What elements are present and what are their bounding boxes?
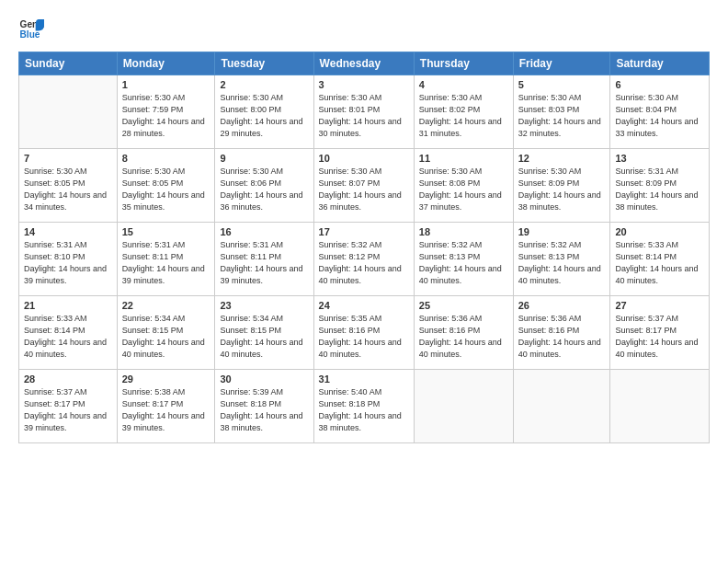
cell-text: Sunrise: 5:33 AMSunset: 8:14 PMDaylight:…	[615, 240, 698, 285]
calendar-week-4: 21Sunrise: 5:33 AMSunset: 8:14 PMDayligh…	[19, 296, 710, 370]
cell-text: Sunrise: 5:37 AMSunset: 8:17 PMDaylight:…	[24, 387, 107, 432]
day-number: 18	[419, 226, 508, 237]
weekday-header-row: SundayMondayTuesdayWednesdayThursdayFrid…	[19, 52, 710, 75]
calendar-week-1: 1Sunrise: 5:30 AMSunset: 7:59 PMDaylight…	[19, 75, 710, 149]
calendar-cell: 25Sunrise: 5:36 AMSunset: 8:16 PMDayligh…	[414, 296, 513, 370]
day-number: 13	[615, 153, 704, 164]
day-number: 15	[122, 226, 210, 237]
cell-text: Sunrise: 5:31 AMSunset: 8:11 PMDaylight:…	[122, 240, 205, 285]
day-number: 1	[122, 79, 210, 90]
cell-text: Sunrise: 5:30 AMSunset: 8:05 PMDaylight:…	[122, 167, 205, 212]
cell-text: Sunrise: 5:30 AMSunset: 8:02 PMDaylight:…	[419, 93, 502, 138]
cell-text: Sunrise: 5:34 AMSunset: 8:15 PMDaylight:…	[122, 314, 205, 359]
calendar-cell: 12Sunrise: 5:30 AMSunset: 8:09 PMDayligh…	[513, 149, 610, 223]
calendar-cell	[513, 370, 610, 443]
day-number: 31	[319, 373, 409, 385]
calendar-cell: 11Sunrise: 5:30 AMSunset: 8:08 PMDayligh…	[414, 149, 513, 223]
calendar-cell: 15Sunrise: 5:31 AMSunset: 8:11 PMDayligh…	[117, 223, 215, 296]
day-number: 29	[122, 373, 210, 385]
svg-text:Blue: Blue	[20, 29, 40, 40]
calendar-cell: 10Sunrise: 5:30 AMSunset: 8:07 PMDayligh…	[313, 149, 414, 223]
cell-text: Sunrise: 5:31 AMSunset: 8:11 PMDaylight:…	[220, 240, 302, 285]
day-number: 28	[24, 373, 112, 385]
calendar-cell: 30Sunrise: 5:39 AMSunset: 8:18 PMDayligh…	[215, 370, 313, 443]
day-number: 23	[220, 300, 308, 311]
cell-text: Sunrise: 5:30 AMSunset: 8:08 PMDaylight:…	[419, 167, 502, 212]
cell-text: Sunrise: 5:30 AMSunset: 8:00 PMDaylight:…	[220, 93, 302, 138]
day-number: 3	[319, 79, 409, 90]
calendar-cell: 19Sunrise: 5:32 AMSunset: 8:13 PMDayligh…	[513, 223, 610, 296]
calendar-cell: 24Sunrise: 5:35 AMSunset: 8:16 PMDayligh…	[313, 296, 414, 370]
calendar-cell: 22Sunrise: 5:34 AMSunset: 8:15 PMDayligh…	[117, 296, 215, 370]
calendar-cell: 2Sunrise: 5:30 AMSunset: 8:00 PMDaylight…	[215, 75, 313, 149]
day-number: 12	[518, 153, 606, 164]
cell-text: Sunrise: 5:36 AMSunset: 8:16 PMDaylight:…	[419, 314, 502, 359]
day-number: 7	[24, 153, 112, 164]
weekday-header-tuesday: Tuesday	[215, 52, 313, 75]
cell-text: Sunrise: 5:30 AMSunset: 7:59 PMDaylight:…	[122, 93, 205, 138]
day-number: 19	[518, 226, 606, 237]
cell-text: Sunrise: 5:30 AMSunset: 8:09 PMDaylight:…	[518, 167, 601, 212]
calendar-cell: 7Sunrise: 5:30 AMSunset: 8:05 PMDaylight…	[19, 149, 118, 223]
calendar-cell: 23Sunrise: 5:34 AMSunset: 8:15 PMDayligh…	[215, 296, 313, 370]
calendar-cell: 18Sunrise: 5:32 AMSunset: 8:13 PMDayligh…	[414, 223, 513, 296]
calendar-week-5: 28Sunrise: 5:37 AMSunset: 8:17 PMDayligh…	[19, 370, 710, 443]
cell-text: Sunrise: 5:31 AMSunset: 8:09 PMDaylight:…	[615, 167, 698, 212]
cell-text: Sunrise: 5:30 AMSunset: 8:01 PMDaylight:…	[319, 93, 402, 138]
calendar-week-2: 7Sunrise: 5:30 AMSunset: 8:05 PMDaylight…	[19, 149, 710, 223]
day-number: 14	[24, 226, 112, 237]
calendar-cell: 21Sunrise: 5:33 AMSunset: 8:14 PMDayligh…	[19, 296, 118, 370]
cell-text: Sunrise: 5:30 AMSunset: 8:06 PMDaylight:…	[220, 167, 302, 212]
day-number: 6	[615, 79, 704, 90]
weekday-header-thursday: Thursday	[414, 52, 513, 75]
day-number: 2	[220, 79, 308, 90]
cell-text: Sunrise: 5:40 AMSunset: 8:18 PMDaylight:…	[319, 387, 402, 432]
calendar-table: SundayMondayTuesdayWednesdayThursdayFrid…	[18, 52, 710, 443]
day-number: 5	[518, 79, 606, 90]
cell-text: Sunrise: 5:34 AMSunset: 8:15 PMDaylight:…	[220, 314, 302, 359]
day-number: 25	[419, 300, 508, 311]
day-number: 22	[122, 300, 210, 311]
weekday-header-sunday: Sunday	[19, 52, 118, 75]
calendar-cell	[19, 75, 118, 149]
cell-text: Sunrise: 5:33 AMSunset: 8:14 PMDaylight:…	[24, 314, 107, 359]
calendar-cell: 5Sunrise: 5:30 AMSunset: 8:03 PMDaylight…	[513, 75, 610, 149]
calendar-cell: 17Sunrise: 5:32 AMSunset: 8:12 PMDayligh…	[313, 223, 414, 296]
calendar-cell: 28Sunrise: 5:37 AMSunset: 8:17 PMDayligh…	[19, 370, 118, 443]
calendar-cell: 14Sunrise: 5:31 AMSunset: 8:10 PMDayligh…	[19, 223, 118, 296]
cell-text: Sunrise: 5:32 AMSunset: 8:13 PMDaylight:…	[419, 240, 502, 285]
cell-text: Sunrise: 5:32 AMSunset: 8:12 PMDaylight:…	[319, 240, 402, 285]
calendar-cell: 31Sunrise: 5:40 AMSunset: 8:18 PMDayligh…	[313, 370, 414, 443]
day-number: 26	[518, 300, 606, 311]
cell-text: Sunrise: 5:30 AMSunset: 8:07 PMDaylight:…	[319, 167, 402, 212]
day-number: 9	[220, 153, 308, 164]
calendar-cell: 29Sunrise: 5:38 AMSunset: 8:17 PMDayligh…	[117, 370, 215, 443]
cell-text: Sunrise: 5:39 AMSunset: 8:18 PMDaylight:…	[220, 387, 302, 432]
calendar-cell: 16Sunrise: 5:31 AMSunset: 8:11 PMDayligh…	[215, 223, 313, 296]
weekday-header-monday: Monday	[117, 52, 215, 75]
calendar-cell: 1Sunrise: 5:30 AMSunset: 7:59 PMDaylight…	[117, 75, 215, 149]
cell-text: Sunrise: 5:30 AMSunset: 8:03 PMDaylight:…	[518, 93, 601, 138]
calendar-cell: 20Sunrise: 5:33 AMSunset: 8:14 PMDayligh…	[610, 223, 710, 296]
cell-text: Sunrise: 5:31 AMSunset: 8:10 PMDaylight:…	[24, 240, 107, 285]
page: General Blue SundayMondayTuesdayWednesda…	[0, 0, 728, 563]
calendar-cell: 27Sunrise: 5:37 AMSunset: 8:17 PMDayligh…	[610, 296, 710, 370]
weekday-header-wednesday: Wednesday	[313, 52, 414, 75]
day-number: 10	[319, 153, 409, 164]
calendar-cell: 8Sunrise: 5:30 AMSunset: 8:05 PMDaylight…	[117, 149, 215, 223]
logo: General Blue	[18, 17, 48, 42]
day-number: 20	[615, 226, 704, 237]
calendar-cell: 13Sunrise: 5:31 AMSunset: 8:09 PMDayligh…	[610, 149, 710, 223]
cell-text: Sunrise: 5:30 AMSunset: 8:05 PMDaylight:…	[24, 167, 107, 212]
cell-text: Sunrise: 5:32 AMSunset: 8:13 PMDaylight:…	[518, 240, 601, 285]
cell-text: Sunrise: 5:38 AMSunset: 8:17 PMDaylight:…	[122, 387, 205, 432]
cell-text: Sunrise: 5:37 AMSunset: 8:17 PMDaylight:…	[615, 314, 698, 359]
day-number: 17	[319, 226, 409, 237]
day-number: 8	[122, 153, 210, 164]
day-number: 11	[419, 153, 508, 164]
day-number: 30	[220, 373, 308, 385]
calendar-cell: 3Sunrise: 5:30 AMSunset: 8:01 PMDaylight…	[313, 75, 414, 149]
weekday-header-friday: Friday	[513, 52, 610, 75]
cell-text: Sunrise: 5:35 AMSunset: 8:16 PMDaylight:…	[319, 314, 402, 359]
calendar-cell: 6Sunrise: 5:30 AMSunset: 8:04 PMDaylight…	[610, 75, 710, 149]
